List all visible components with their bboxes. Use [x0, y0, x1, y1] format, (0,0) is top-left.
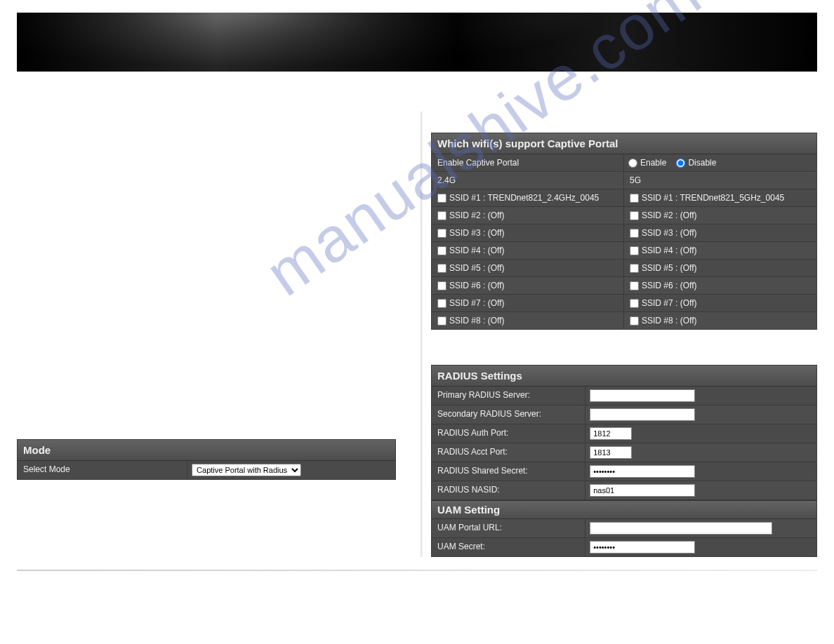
ssid5-1-checkbox[interactable] [630, 194, 639, 203]
ssid24-1-checkbox[interactable] [437, 194, 446, 203]
radius-header: RADIUS Settings [432, 365, 816, 387]
secondary-radius-input[interactable] [590, 408, 695, 421]
ssid24-6-checkbox[interactable] [437, 281, 446, 290]
wifi-panel: Which wifi(s) support Captive Portal Ena… [431, 133, 817, 330]
radius-nasid-input[interactable] [590, 484, 695, 497]
ssid5-5-label: SSID #5 : (Off) [642, 263, 696, 273]
ssid5-3-checkbox[interactable] [630, 229, 639, 238]
ssid24-6-label: SSID #6 : (Off) [449, 281, 504, 290]
mode-header: Mode [18, 440, 395, 461]
ssid24-7-label: SSID #7 : (Off) [449, 298, 504, 308]
enable-radio[interactable] [628, 159, 637, 168]
mode-panel: Mode Select Mode Captive Portal with Rad… [17, 439, 396, 480]
ssid24-3-label: SSID #3 : (Off) [449, 228, 504, 238]
ssid24-8-checkbox[interactable] [437, 316, 446, 326]
band-5-label: 5G [624, 172, 816, 189]
select-mode-label: Select Mode [18, 461, 187, 479]
enable-captive-cell: Enable Disable [624, 154, 816, 171]
ssid5-3-label: SSID #3 : (Off) [642, 228, 696, 238]
auth-port-label: RADIUS Auth Port: [432, 424, 585, 443]
disable-radio[interactable] [676, 159, 685, 168]
column-divider [421, 112, 423, 557]
uam-secret-input[interactable] [590, 541, 695, 554]
ssid24-3-checkbox[interactable] [437, 229, 446, 238]
radius-panel: RADIUS Settings Primary RADIUS Server: S… [431, 365, 817, 557]
ssid5-7-checkbox[interactable] [630, 299, 639, 308]
ssid5-2-checkbox[interactable] [630, 211, 639, 220]
uam-header: UAM Setting [432, 500, 816, 519]
secondary-radius-label: Secondary RADIUS Server: [432, 405, 585, 424]
bottom-divider [17, 570, 817, 571]
ssid5-8-checkbox[interactable] [630, 316, 639, 326]
ssid24-1-label: SSID #1 : TRENDnet821_2.4GHz_0045 [449, 193, 599, 203]
ssid5-5-checkbox[interactable] [630, 264, 639, 273]
primary-radius-label: Primary RADIUS Server: [432, 387, 585, 405]
disable-radio-wrap[interactable]: Disable [676, 158, 716, 168]
auth-port-input[interactable] [590, 427, 632, 440]
ssid5-7-label: SSID #7 : (Off) [642, 298, 696, 308]
ssid24-4-checkbox[interactable] [437, 246, 446, 255]
ssid5-8-label: SSID #8 : (Off) [642, 316, 696, 326]
uam-url-input[interactable] [590, 522, 772, 535]
top-banner [17, 13, 817, 72]
ssid24-2-label: SSID #2 : (Off) [449, 210, 504, 220]
enable-radio-label: Enable [640, 158, 666, 168]
wifi-header: Which wifi(s) support Captive Portal [432, 133, 816, 154]
ssid5-6-label: SSID #6 : (Off) [642, 281, 696, 290]
ssid5-4-checkbox[interactable] [630, 246, 639, 255]
ssid24-4-label: SSID #4 : (Off) [449, 246, 504, 255]
radius-secret-label: RADIUS Shared Secret: [432, 462, 585, 481]
ssid24-5-checkbox[interactable] [437, 264, 446, 273]
ssid24-7-checkbox[interactable] [437, 299, 446, 308]
select-mode-cell: Captive Portal with Radius [187, 461, 395, 479]
acct-port-label: RADIUS Acct Port: [432, 443, 585, 462]
enable-captive-label: Enable Captive Portal [432, 154, 624, 171]
ssid24-2-checkbox[interactable] [437, 211, 446, 220]
ssid24-5-label: SSID #5 : (Off) [449, 263, 504, 273]
acct-port-input[interactable] [590, 446, 632, 459]
radius-secret-input[interactable] [590, 465, 695, 478]
disable-radio-label: Disable [688, 158, 716, 168]
uam-url-label: UAM Portal URL: [432, 519, 585, 537]
enable-radio-wrap[interactable]: Enable [628, 158, 666, 168]
ssid24-8-label: SSID #8 : (Off) [449, 316, 504, 326]
ssid5-6-checkbox[interactable] [630, 281, 639, 290]
ssid5-4-label: SSID #4 : (Off) [642, 246, 696, 255]
ssid5-2-label: SSID #2 : (Off) [642, 210, 696, 220]
ssid5-1-label: SSID #1 : TRENDnet821_5GHz_0045 [642, 193, 784, 203]
select-mode-dropdown[interactable]: Captive Portal with Radius [192, 464, 301, 476]
primary-radius-input[interactable] [590, 389, 695, 402]
radius-nasid-label: RADIUS NASID: [432, 481, 585, 499]
band-24-label: 2.4G [432, 172, 624, 189]
uam-secret-label: UAM Secret: [432, 538, 585, 556]
